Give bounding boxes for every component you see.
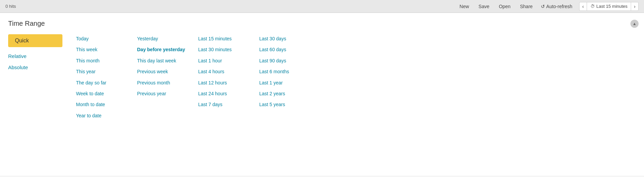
month-to-date-link[interactable]: Month to date xyxy=(76,100,134,109)
time-range-nav: ‹ ⏱ Last 15 minutes › xyxy=(579,2,639,11)
day-so-far-link[interactable]: The day so far xyxy=(76,78,134,87)
clock-icon: ⏱ xyxy=(590,4,595,9)
last-30-min-link[interactable]: Last 30 minutes xyxy=(198,45,256,54)
time-range-body: Quick Relative Absolute Today This week … xyxy=(8,34,636,120)
today-link[interactable]: Today xyxy=(76,34,134,43)
year-to-date-link[interactable]: Year to date xyxy=(76,111,134,120)
previous-month-link[interactable]: Previous month xyxy=(137,78,195,87)
last-30-days-link[interactable]: Last 30 days xyxy=(259,34,317,43)
current-time-range: Last 15 minutes xyxy=(596,4,628,9)
last-7-days-link[interactable]: Last 7 days xyxy=(198,100,256,109)
last-60-days-link[interactable]: Last 60 days xyxy=(259,45,317,54)
day-before-yesterday-link[interactable]: Day before yesterday xyxy=(137,45,195,54)
prev-time-button[interactable]: ‹ xyxy=(580,2,587,11)
scroll-up-button[interactable]: ▲ xyxy=(630,20,639,28)
relative-button[interactable]: Relative xyxy=(8,51,62,61)
last-12-hours-link[interactable]: Last 12 hours xyxy=(198,78,256,87)
last-1-year-link[interactable]: Last 1 year xyxy=(259,78,317,87)
hits-label: 0 hits xyxy=(5,4,16,9)
week-to-date-link[interactable]: Week to date xyxy=(76,89,134,98)
page-title: Time Range xyxy=(8,20,636,27)
this-day-last-week-link[interactable]: This day last week xyxy=(137,56,195,65)
time-range-label: ⏱ Last 15 minutes xyxy=(587,2,631,10)
last-1-hour-link[interactable]: Last 1 hour xyxy=(198,56,256,65)
last-90-days-link[interactable]: Last 90 days xyxy=(259,56,317,65)
chevron-up-icon: ▲ xyxy=(632,21,637,26)
previous-year-link[interactable]: Previous year xyxy=(137,89,195,98)
auto-refresh-label: Auto-refresh xyxy=(546,4,572,9)
refresh-icon: ↺ xyxy=(541,4,545,9)
auto-refresh-button[interactable]: ↺ Auto-refresh xyxy=(541,4,572,9)
absolute-button[interactable]: Absolute xyxy=(8,62,62,72)
yesterday-link[interactable]: Yesterday xyxy=(137,34,195,43)
this-year-link[interactable]: This year xyxy=(76,67,134,76)
columns-area: Today This week This month This year The… xyxy=(69,34,636,120)
last-5-years-link[interactable]: Last 5 years xyxy=(259,100,317,109)
column-2: Yesterday Day before yesterday This day … xyxy=(137,34,198,120)
last-6-months-link[interactable]: Last 6 months xyxy=(259,67,317,76)
last-15-min-link[interactable]: Last 15 minutes xyxy=(198,34,256,43)
column-4: Last 30 days Last 60 days Last 90 days L… xyxy=(259,34,320,120)
top-bar-actions: New Save Open Share ↺ Auto-refresh ‹ ⏱ L… xyxy=(458,2,639,11)
next-time-button[interactable]: › xyxy=(631,2,638,11)
last-24-hours-link[interactable]: Last 24 hours xyxy=(198,89,256,98)
main-content: Time Range Quick Relative Absolute Today… xyxy=(0,13,644,176)
previous-week-link[interactable]: Previous week xyxy=(137,67,195,76)
new-button[interactable]: New xyxy=(458,2,470,11)
share-button[interactable]: Share xyxy=(518,2,534,11)
last-2-years-link[interactable]: Last 2 years xyxy=(259,89,317,98)
column-3: Last 15 minutes Last 30 minutes Last 1 h… xyxy=(198,34,259,120)
open-button[interactable]: Open xyxy=(497,2,512,11)
quick-button[interactable]: Quick xyxy=(8,34,62,47)
this-week-link[interactable]: This week xyxy=(76,45,134,54)
save-button[interactable]: Save xyxy=(477,2,491,11)
left-panel: Quick Relative Absolute xyxy=(8,34,69,120)
last-4-hours-link[interactable]: Last 4 hours xyxy=(198,67,256,76)
this-month-link[interactable]: This month xyxy=(76,56,134,65)
top-bar: 0 hits New Save Open Share ↺ Auto-refres… xyxy=(0,0,644,13)
column-1: Today This week This month This year The… xyxy=(76,34,137,120)
